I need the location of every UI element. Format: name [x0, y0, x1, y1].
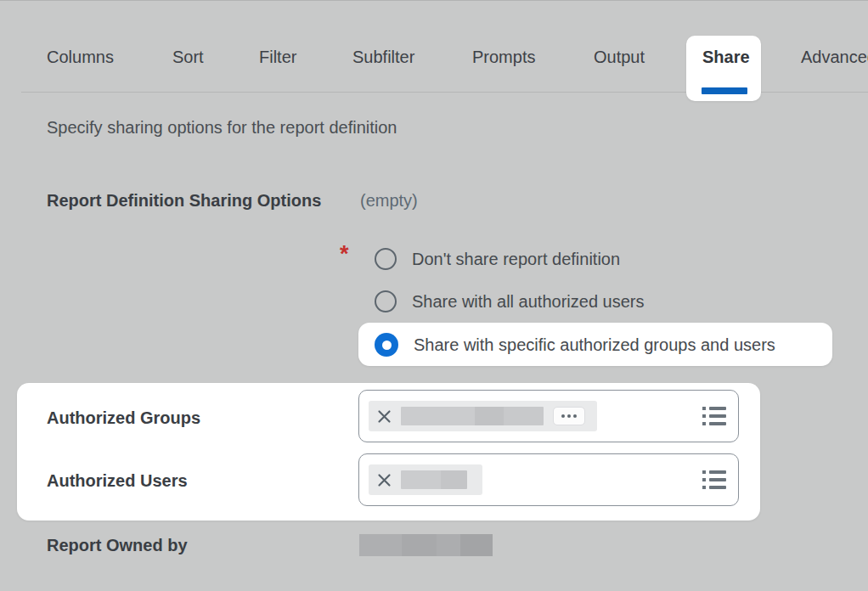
tab-filter[interactable]: Filter: [259, 48, 296, 67]
tab-sort[interactable]: Sort: [172, 48, 204, 67]
more-ellipsis-icon[interactable]: [553, 407, 585, 425]
sharing-options-empty-value: (empty): [360, 191, 418, 211]
authorized-users-input[interactable]: [358, 453, 739, 506]
radio-unselected-icon[interactable]: [375, 248, 397, 270]
redacted-group-value: [401, 407, 544, 425]
active-tab-spotlight: [686, 36, 761, 101]
tab-prompts[interactable]: Prompts: [472, 48, 535, 67]
prompt-list-icon[interactable]: [702, 407, 727, 425]
redacted-owner-value: [359, 534, 493, 556]
tab-share[interactable]: Share: [702, 48, 750, 67]
tab-output[interactable]: Output: [594, 48, 645, 67]
sharing-options-label: Report Definition Sharing Options: [47, 191, 321, 211]
report-owned-by-label: Report Owned by: [47, 536, 188, 555]
sharing-instruction-text: Specify sharing options for the report d…: [47, 118, 397, 138]
authorized-users-label: Authorized Users: [47, 471, 188, 491]
radio-share-all[interactable]: Share with all authorized users: [375, 289, 644, 314]
radio-selected-icon[interactable]: [375, 333, 398, 357]
radio-label: Share with all authorized users: [412, 292, 644, 312]
required-asterisk: *: [340, 241, 349, 267]
authorized-groups-chip: [369, 401, 597, 431]
radio-label: Share with specific authorized groups an…: [414, 335, 775, 355]
radio-dont-share[interactable]: Don't share report definition: [375, 246, 620, 272]
radio-unselected-icon[interactable]: [375, 290, 397, 312]
authorized-groups-input[interactable]: [358, 390, 739, 442]
tab-subfilter[interactable]: Subfilter: [352, 48, 414, 67]
authorized-users-chip: [369, 464, 482, 495]
prompt-list-icon[interactable]: [702, 470, 727, 489]
radio-label: Don't share report definition: [412, 250, 620, 269]
authorized-groups-label: Authorized Groups: [47, 408, 200, 428]
active-tab-underline-icon: [702, 87, 747, 94]
redacted-user-value: [401, 470, 467, 489]
radio-share-specific[interactable]: Share with specific authorized groups an…: [375, 332, 775, 357]
remove-x-icon[interactable]: [377, 409, 392, 424]
tab-advanced[interactable]: Advanced: [801, 48, 868, 67]
report-definition-share-screen: Columns Sort Filter Subfilter Prompts Ou…: [0, 0, 868, 591]
tab-columns[interactable]: Columns: [47, 48, 114, 67]
remove-x-icon[interactable]: [377, 473, 392, 487]
